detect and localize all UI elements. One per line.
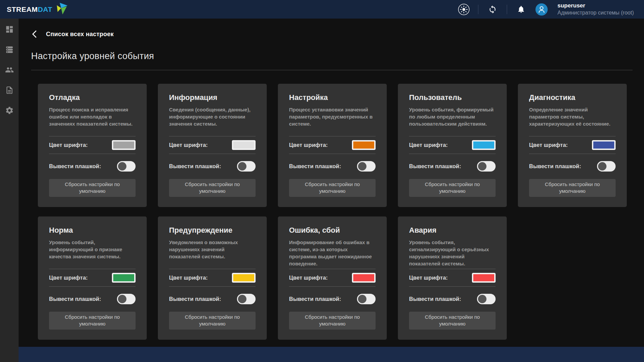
page-title: Настройка уровней события [31,51,644,61]
reset-defaults-button[interactable]: Сбросить настройки по умолчанию [409,312,496,330]
main-content: Список всех настроек Настройка уровней с… [19,19,644,362]
plate-toggle-row: Вывести плашкой: [529,154,616,179]
toggle-knob [478,162,486,171]
card-description: Процесс поиска и исправления ошибок или … [49,106,136,127]
event-level-card: Авария Уровень события, сигнализирующий … [398,216,507,340]
card-description: Уровень события, формируемый по любым оп… [409,106,496,127]
font-color-row: Цвет шрифта: [409,269,496,286]
event-level-card: Настройка Процесс устанавовки значений п… [278,84,387,207]
event-level-card: Норма Уровень событий, информирующий о п… [38,216,147,340]
event-level-card: Пользователь Уровень события, формируемы… [398,84,507,207]
font-color-swatch[interactable] [232,140,256,150]
dashboard-icon [5,25,14,34]
font-color-swatch[interactable] [352,140,376,150]
font-color-row: Цвет шрифта: [289,136,376,154]
reset-defaults-button[interactable]: Сбросить настройки по умолчанию [409,179,496,197]
reset-defaults-button[interactable]: Сбросить настройки по умолчанию [169,179,256,197]
document-icon [5,86,14,95]
plate-toggle-row: Вывести плашкой: [49,154,136,179]
reset-defaults-button[interactable]: Сбросить настройки по умолчанию [49,179,136,197]
font-color-label: Цвет шрифта: [169,142,208,148]
font-color-swatch[interactable] [472,140,496,150]
sidebar-item-documents[interactable] [5,86,14,95]
card-title: Норма [49,226,136,235]
event-level-card: Ошибка, сбой Информирование об ошибках в… [278,216,387,340]
card-title: Предупреждение [169,226,256,235]
plate-toggle-switch[interactable] [477,294,496,304]
plate-toggle-switch[interactable] [597,161,616,172]
plate-toggle-label: Вывести плашкой: [409,163,461,170]
plate-toggle-switch[interactable] [237,294,256,304]
sidebar-item-settings[interactable] [5,106,14,115]
user-info[interactable]: superuser Администратор системы (root) [557,2,634,16]
toggle-knob [118,162,126,171]
card-title: Ошибка, сбой [289,226,376,235]
plate-toggle-switch[interactable] [477,161,496,172]
font-color-label: Цвет шрифта: [289,275,328,281]
sidebar-item-servers[interactable] [5,45,14,54]
reset-defaults-button[interactable]: Сбросить настройки по умолчанию [289,179,376,197]
plate-toggle-row: Вывести плашкой: [409,287,496,311]
toggle-knob [358,162,366,171]
font-color-label: Цвет шрифта: [49,275,88,281]
toggle-knob [118,295,126,303]
card-title: Диагностика [529,93,616,102]
font-color-row: Цвет шрифта: [49,136,136,154]
font-color-swatch[interactable] [472,273,496,283]
card-description: Уровень события, сигнализирующий о серьё… [409,239,496,260]
sidebar-item-users[interactable] [5,66,14,74]
plate-toggle-label: Вывести плашкой: [169,296,221,302]
toggle-knob [238,295,246,303]
card-title: Настройка [289,93,376,102]
font-color-swatch[interactable] [112,140,136,150]
toggle-knob [478,295,486,303]
brand-text: STREAMDAT [7,5,52,14]
bell-icon[interactable] [515,3,528,16]
event-level-card: Информация Сведения (сообщения, данные),… [158,84,267,207]
user-avatar[interactable] [535,3,548,16]
users-icon [5,66,14,74]
font-color-row: Цвет шрифта: [409,136,496,154]
font-color-row: Цвет шрифта: [169,269,256,286]
font-color-label: Цвет шрифта: [529,142,568,148]
font-color-swatch[interactable] [352,273,376,283]
brightness-icon[interactable] [457,3,470,16]
reset-defaults-button[interactable]: Сбросить настройки по умолчанию [49,312,136,330]
cards-grid: Отладка Процесс поиска и исправления оши… [38,84,633,340]
plate-toggle-label: Вывести плашкой: [49,296,101,302]
plate-toggle-row: Вывести плашкой: [409,154,496,179]
plate-toggle-switch[interactable] [117,294,136,304]
breadcrumb: Список всех настроек [31,30,644,38]
font-color-swatch[interactable] [592,140,616,150]
plate-toggle-switch[interactable] [237,161,256,172]
reset-defaults-button[interactable]: Сбросить настройки по умолчанию [529,179,616,197]
back-button[interactable] [31,30,38,38]
reset-defaults-button[interactable]: Сбросить настройки по умолчанию [169,312,256,330]
user-role: Администратор системы (root) [557,9,634,16]
reset-defaults-button[interactable]: Сбросить настройки по умолчанию [289,312,376,330]
sidebar-item-dashboard[interactable] [5,25,14,34]
back-label[interactable]: Список всех настроек [46,31,114,38]
font-color-swatch[interactable] [232,273,256,283]
card-title: Авария [409,226,496,235]
plate-toggle-switch[interactable] [357,161,376,172]
plate-toggle-row: Вывести плашкой: [49,287,136,311]
font-color-label: Цвет шрифта: [409,275,448,281]
font-color-swatch[interactable] [112,273,136,283]
footer-bar [19,347,644,362]
plate-toggle-label: Вывести плашкой: [169,163,221,170]
plate-toggle-row: Вывести плашкой: [289,287,376,311]
toggle-knob [358,295,366,303]
plate-toggle-switch[interactable] [357,294,376,304]
plate-toggle-label: Вывести плашкой: [409,296,461,302]
font-color-label: Цвет шрифта: [49,142,88,148]
event-level-card: Диагностика Определение значений парамет… [518,84,627,207]
brand-logo[interactable]: STREAMDAT [7,2,69,17]
plate-toggle-row: Вывести плашкой: [169,287,256,311]
brand-part-dat: DAT [38,5,52,13]
toggle-knob [238,162,246,171]
plate-toggle-switch[interactable] [117,161,136,172]
brand-part-stream: STREAM [7,5,38,13]
sync-icon[interactable] [486,3,499,16]
card-description: Информирование об ошибках в системе, из-… [289,239,376,260]
